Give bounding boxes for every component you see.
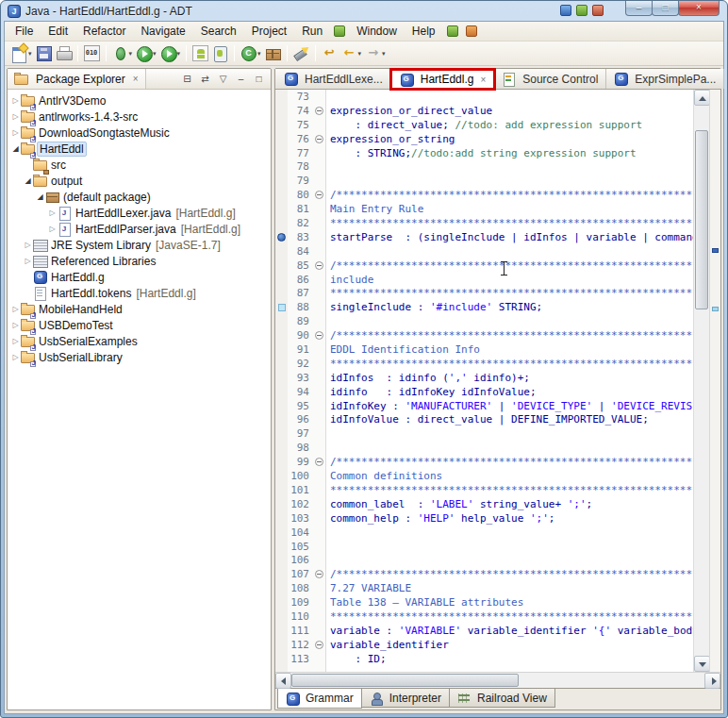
save-button[interactable] — [34, 43, 54, 64]
code-line[interactable]: 90/*************************************… — [275, 329, 693, 343]
new-wizard-button[interactable]: ▾ — [9, 43, 34, 64]
android-sdk-manager-button[interactable] — [190, 43, 210, 64]
horizontal-scrollbar[interactable] — [275, 672, 720, 688]
vertical-scroll-thumb[interactable] — [695, 130, 708, 309]
titlebar-plugin-icon-1[interactable] — [560, 5, 571, 16]
menu-plugin-icon[interactable] — [447, 25, 458, 37]
code-line[interactable]: 112variable_identifier — [275, 639, 693, 653]
annotation-ruler-cell[interactable] — [275, 301, 288, 315]
annotation-ruler-cell[interactable] — [275, 610, 288, 625]
back-button[interactable]: ▾ — [339, 43, 364, 64]
minimize-window-icon[interactable]: – — [625, 1, 653, 16]
tree-collapsed-arrow-icon[interactable]: ▷ — [23, 257, 33, 265]
code-line[interactable]: 89 — [275, 315, 693, 329]
minimize-view-icon[interactable]: – — [232, 71, 250, 88]
annotation-ruler-cell[interactable] — [275, 217, 288, 231]
tree-item[interactable]: ◢output — [8, 173, 271, 189]
close-tab-icon[interactable]: × — [480, 75, 486, 85]
annotation-ruler-cell[interactable] — [275, 119, 288, 133]
code-line[interactable]: 99/*************************************… — [275, 456, 693, 470]
bottom-tab-railroad-view[interactable]: Railroad View — [449, 689, 555, 708]
binary-console-button[interactable] — [82, 43, 102, 64]
forward-button[interactable]: ▾ — [363, 43, 388, 64]
titlebar-plugin-icon-3[interactable] — [592, 5, 604, 16]
tree-item[interactable]: ▷Referenced Libraries — [8, 253, 271, 269]
annotation-ruler-cell[interactable] — [275, 386, 288, 400]
bottom-tab-grammar[interactable]: Grammar — [277, 689, 362, 709]
annotation-ruler-cell[interactable] — [275, 413, 288, 427]
tree-collapsed-arrow-icon[interactable]: ▷ — [10, 128, 21, 137]
close-window-icon[interactable]: × — [678, 1, 720, 16]
external-tools-button[interactable]: ▾ — [158, 43, 183, 64]
code-line[interactable]: 85/*************************************… — [275, 259, 693, 274]
annotation-ruler-cell[interactable] — [275, 470, 288, 484]
tree-item[interactable]: ▷JUsbSerialLibrary — [8, 349, 271, 365]
print-button[interactable] — [54, 43, 74, 64]
annotation-ruler-cell[interactable] — [275, 358, 288, 372]
code-line[interactable]: 1087.27 VARIABLE — [275, 582, 693, 596]
code-line[interactable]: 109Table 138 – VARIABLE attributes — [275, 596, 693, 610]
code-line[interactable]: 84 — [275, 245, 693, 259]
collapse-all-icon[interactable]: ⊟ — [178, 71, 196, 88]
annotation-ruler-cell[interactable] — [275, 203, 288, 217]
collapse-fold-icon[interactable] — [315, 458, 323, 466]
dropdown-arrow-icon[interactable]: ▾ — [153, 50, 157, 58]
code-line[interactable]: 79 — [275, 175, 693, 189]
menu-project[interactable]: Project — [244, 23, 294, 40]
annotation-ruler-cell[interactable] — [275, 133, 288, 147]
scroll-up-icon[interactable] — [694, 90, 710, 106]
code-line[interactable]: 96idInfoValue : direct_value | DEFINE_IM… — [275, 413, 693, 427]
android-avd-manager-button[interactable] — [210, 43, 230, 64]
annotation-ruler-cell[interactable] — [275, 427, 288, 442]
annotation-ruler-cell[interactable] — [275, 400, 288, 414]
annotation-ruler-cell[interactable] — [275, 442, 288, 456]
tree-item[interactable]: HartEddl.tokens[HartEddl.g] — [8, 285, 271, 301]
code-line[interactable]: 73 — [275, 91, 693, 105]
code-line[interactable]: 77 : STRING;//todo:add string expression… — [275, 147, 693, 161]
dropdown-arrow-icon[interactable]: ▾ — [177, 50, 181, 58]
annotation-ruler-cell[interactable] — [275, 582, 288, 596]
code-line[interactable]: 78 — [275, 160, 693, 175]
code-line[interactable]: 92**************************************… — [275, 358, 693, 372]
search-button[interactable] — [291, 43, 311, 64]
dropdown-arrow-icon[interactable]: ▾ — [358, 50, 362, 58]
menu-plugin-icon[interactable] — [334, 25, 345, 37]
scroll-left-icon[interactable] — [275, 673, 291, 689]
code-line[interactable]: 82**************************************… — [275, 217, 693, 231]
code-line[interactable]: 97 — [275, 427, 693, 442]
tree-expanded-arrow-icon[interactable]: ◢ — [35, 192, 45, 201]
menu-run[interactable]: Run — [294, 23, 330, 40]
close-view-icon[interactable]: × — [133, 74, 139, 84]
maximize-view-icon[interactable]: □ — [250, 71, 268, 88]
annotation-ruler-cell[interactable] — [275, 568, 288, 582]
tree-item[interactable]: HartEddl.g — [8, 269, 271, 285]
tree-collapsed-arrow-icon[interactable]: ▷ — [47, 209, 58, 217]
horizontal-scroll-thumb[interactable] — [291, 674, 519, 687]
folding-cell[interactable] — [313, 568, 326, 582]
tree-expanded-arrow-icon[interactable]: ◢ — [10, 144, 21, 153]
annotation-ruler-cell[interactable] — [275, 231, 288, 245]
annotation-ruler-cell[interactable] — [275, 147, 288, 161]
annotation-ruler-cell[interactable] — [275, 456, 288, 470]
collapse-fold-icon[interactable] — [315, 135, 323, 143]
annotation-ruler-cell[interactable] — [275, 526, 288, 541]
menu-help[interactable]: Help — [405, 23, 443, 40]
code-line[interactable]: 83startParse : (singleInclude | idInfos … — [275, 231, 693, 245]
dropdown-arrow-icon[interactable]: ▾ — [382, 50, 386, 58]
annotation-ruler-cell[interactable] — [275, 329, 288, 343]
code-line[interactable]: 100Common definitions — [275, 470, 693, 484]
annotation-ruler-cell[interactable] — [275, 596, 288, 610]
tree-item[interactable]: ▷HartEddlLexer.java[HartEddl.g] — [8, 205, 271, 221]
tree-collapsed-arrow-icon[interactable]: ▷ — [10, 337, 21, 345]
annotation-ruler-cell[interactable] — [275, 287, 288, 301]
tree-item[interactable]: ▷Jantlrworks-1.4.3-src — [8, 109, 271, 125]
code-line[interactable]: 102common_label : 'LABEL' string_value+ … — [275, 498, 693, 512]
dropdown-arrow-icon[interactable]: ▾ — [129, 50, 133, 58]
link-with-editor-icon[interactable]: ⇄ — [196, 71, 214, 88]
menu-refactor[interactable]: Refactor — [75, 23, 133, 40]
annotation-ruler-cell[interactable] — [275, 498, 288, 512]
annotation-ruler-cell[interactable] — [275, 372, 288, 386]
vertical-scrollbar[interactable] — [693, 90, 709, 672]
tree-item[interactable]: ▷JRE System Library[JavaSE-1.7] — [8, 237, 271, 253]
run-button[interactable]: ▾ — [134, 43, 158, 64]
